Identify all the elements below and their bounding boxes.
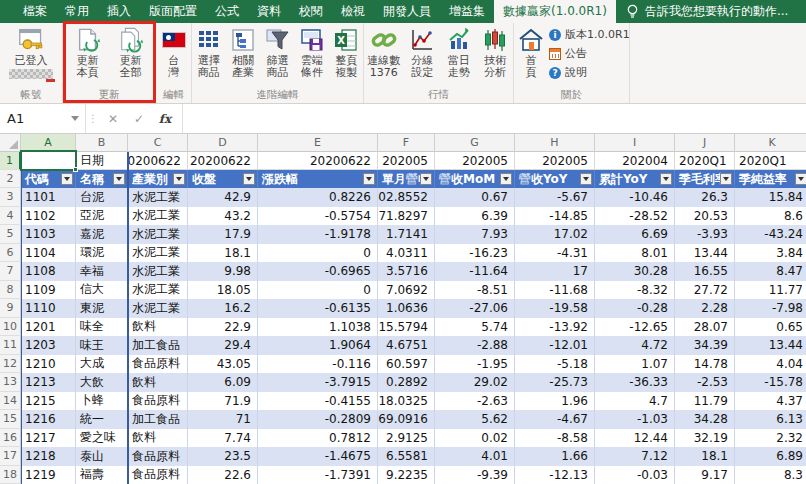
cell[interactable]: 信大: [76, 281, 128, 300]
cell[interactable]: 12.44: [595, 429, 675, 448]
cell[interactable]: 4.01: [435, 447, 515, 466]
cell[interactable]: 4.72: [595, 336, 675, 355]
line-settings-button[interactable]: 分線 設定: [404, 26, 440, 79]
cell[interactable]: 大飲: [76, 373, 128, 392]
cell[interactable]: -12.65: [595, 318, 675, 337]
cell[interactable]: 43.2: [188, 207, 258, 226]
cell[interactable]: 2.32: [735, 429, 806, 448]
cell[interactable]: 6.5581: [378, 447, 435, 466]
cell[interactable]: 食品原料: [128, 447, 188, 466]
copy-page-button[interactable]: X 整頁 複製: [330, 26, 363, 79]
cell[interactable]: 4.37: [735, 392, 806, 411]
cell[interactable]: 1218: [21, 447, 76, 466]
cell[interactable]: 30.28: [595, 262, 675, 281]
filter-button[interactable]: [173, 173, 185, 185]
filter-button[interactable]: [500, 173, 512, 185]
cell[interactable]: -15.78: [735, 373, 806, 392]
cell[interactable]: 20200622: [188, 152, 258, 170]
cell[interactable]: 味王: [76, 336, 128, 355]
cell[interactable]: 1215: [21, 392, 76, 411]
column-header-H[interactable]: H: [515, 134, 595, 152]
cell[interactable]: 味全: [76, 318, 128, 337]
cell[interactable]: -14.85: [515, 207, 595, 226]
cell[interactable]: 幸福: [76, 262, 128, 281]
row-header[interactable]: 8: [0, 281, 21, 300]
cell[interactable]: 13.44: [675, 244, 735, 263]
tab-home[interactable]: 常用: [56, 0, 98, 23]
signed-in-button[interactable]: 已登入: [3, 26, 59, 79]
cell[interactable]: 水泥工業: [128, 207, 188, 226]
cell[interactable]: 5.62: [435, 410, 515, 429]
cell[interactable]: -0.116: [258, 355, 378, 374]
cell[interactable]: 369.0916: [378, 410, 435, 429]
intraday-button[interactable]: 當日 走勢: [441, 26, 477, 79]
cell[interactable]: -1.7391: [258, 466, 378, 484]
cell[interactable]: 1210: [21, 355, 76, 374]
cell[interactable]: 15.5794: [378, 318, 435, 337]
cell[interactable]: -8.58: [515, 429, 595, 448]
cell[interactable]: 34.28: [675, 410, 735, 429]
cell[interactable]: 22.9: [188, 318, 258, 337]
cell[interactable]: 加工食品: [128, 336, 188, 355]
cell[interactable]: -1.95: [435, 355, 515, 374]
column-header-C[interactable]: C: [128, 134, 188, 152]
cell[interactable]: 1.66: [515, 447, 595, 466]
update-all-button[interactable]: 更新 全部: [110, 26, 152, 79]
cell[interactable]: 卜蜂: [76, 392, 128, 411]
cell[interactable]: 飲料: [128, 318, 188, 337]
cell[interactable]: 16.55: [675, 262, 735, 281]
cell[interactable]: 1201: [21, 318, 76, 337]
cell[interactable]: -0.28: [595, 299, 675, 318]
table-header-cell[interactable]: 代碼: [21, 170, 76, 188]
row-header[interactable]: 9: [0, 299, 21, 318]
cell[interactable]: -16.23: [435, 244, 515, 263]
filter-button[interactable]: [580, 173, 592, 185]
cell[interactable]: 1.96: [515, 392, 595, 411]
cell[interactable]: 71: [188, 410, 258, 429]
cell[interactable]: 28.07: [675, 318, 735, 337]
cell[interactable]: -1.03: [595, 410, 675, 429]
formula-input[interactable]: [183, 104, 806, 133]
cell[interactable]: 1217: [21, 429, 76, 448]
table-header-cell[interactable]: 名稱: [76, 170, 128, 188]
cell[interactable]: -0.2809: [258, 410, 378, 429]
column-header-D[interactable]: D: [188, 134, 258, 152]
cell[interactable]: 4.0311: [378, 244, 435, 263]
cell[interactable]: 102.8552: [378, 188, 435, 207]
cell[interactable]: -0.4155: [258, 392, 378, 411]
table-header-cell[interactable]: 收盤: [188, 170, 258, 188]
cell[interactable]: 8.01: [595, 244, 675, 263]
cell[interactable]: 水泥工業: [128, 262, 188, 281]
cell[interactable]: 16.2: [188, 299, 258, 318]
cell[interactable]: -12.01: [515, 336, 595, 355]
table-header-cell[interactable]: 季純益率: [735, 170, 806, 188]
name-box[interactable]: A1: [0, 104, 86, 133]
cell[interactable]: -28.52: [595, 207, 675, 226]
cell[interactable]: 1.07: [595, 355, 675, 374]
table-header-cell[interactable]: 產業別: [128, 170, 188, 188]
filter-button[interactable]: [61, 173, 73, 185]
cell[interactable]: -2.63: [435, 392, 515, 411]
row-header[interactable]: 18: [0, 466, 21, 484]
cell[interactable]: 202005: [515, 152, 595, 170]
filter-button[interactable]: [420, 173, 432, 185]
cell[interactable]: -11.68: [515, 281, 595, 300]
column-header-B[interactable]: B: [76, 134, 128, 152]
cell[interactable]: -8.51: [435, 281, 515, 300]
tell-me-box[interactable]: 告訴我您想要執行的動作...: [616, 0, 806, 23]
cell[interactable]: 26.3: [675, 188, 735, 207]
cell[interactable]: -0.6135: [258, 299, 378, 318]
cell[interactable]: 18.05: [188, 281, 258, 300]
cell[interactable]: -19.58: [515, 299, 595, 318]
filter-button[interactable]: [363, 173, 375, 185]
cell[interactable]: -12.13: [515, 466, 595, 484]
cell[interactable]: 3.5716: [378, 262, 435, 281]
cell[interactable]: -3.93: [675, 225, 735, 244]
filter-button[interactable]: [720, 173, 732, 185]
row-header[interactable]: 16: [0, 429, 21, 448]
cell[interactable]: 水泥工業: [128, 188, 188, 207]
cell[interactable]: 9.2235: [378, 466, 435, 484]
tab-addins[interactable]: 增益集: [440, 0, 494, 23]
cell[interactable]: 台泥: [76, 188, 128, 207]
table-header-cell[interactable]: 季毛利率: [675, 170, 735, 188]
